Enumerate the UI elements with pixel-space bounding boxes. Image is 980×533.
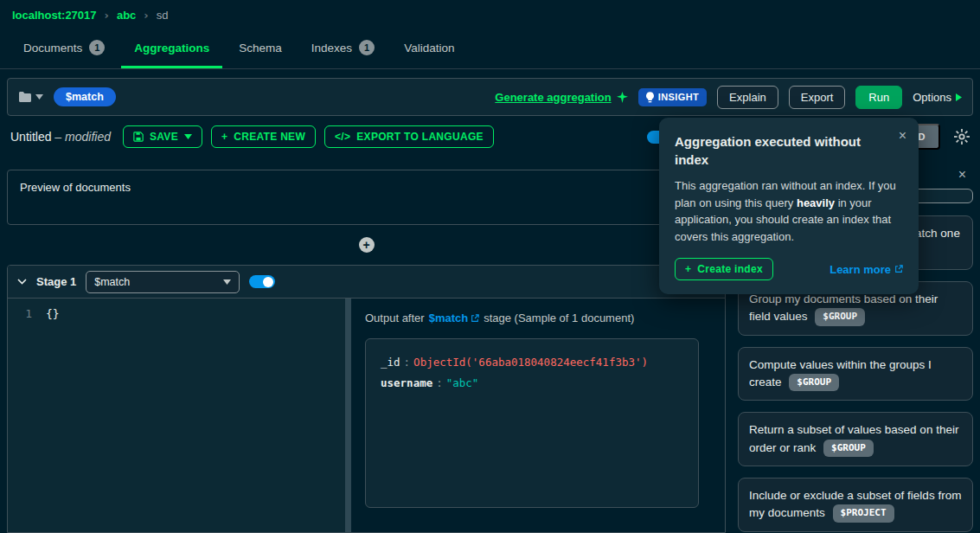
stage-code: {} — [46, 307, 60, 320]
caret-right-icon — [956, 93, 962, 101]
field-key: username — [381, 376, 432, 389]
breadcrumb-item-host[interactable]: localhost:27017 — [12, 9, 97, 22]
pipeline-modified-label: – modified — [54, 130, 111, 144]
insight-popover: × Aggregation executed without index Thi… — [659, 118, 919, 294]
use-case-rank[interactable]: Return a subset of values based on their… — [738, 412, 973, 466]
caret-down-icon — [223, 279, 231, 285]
stage-operator-select[interactable]: $match — [86, 271, 240, 293]
options-button[interactable]: Options — [913, 91, 962, 104]
pipeline-builder-column: Preview of documents + Stage 1 $match — [7, 157, 726, 533]
insight-popover-title: Aggregation executed without index — [675, 132, 882, 169]
chevron-right-icon: › — [144, 9, 148, 22]
run-button[interactable]: Run — [855, 86, 902, 109]
field-key: _id — [381, 356, 400, 369]
tab-label: Validation — [404, 42, 454, 55]
match-docs-link[interactable]: $match — [429, 311, 480, 324]
field-separator: : — [400, 356, 414, 369]
caret-down-icon — [35, 94, 43, 100]
pipeline-name-label: Untitled — [10, 130, 51, 144]
plus-icon: + — [221, 131, 227, 143]
stage-1-header: Stage 1 $match — [8, 266, 725, 299]
generate-aggregation-label: Generate aggregation — [495, 91, 611, 104]
learn-more-label: Learn more — [829, 263, 891, 276]
stage-badge-group: $GROUP — [815, 308, 865, 326]
stage-chip-match[interactable]: $match — [54, 87, 116, 106]
stage-output-pane: Output after $match stage (Sample of 1 d… — [351, 299, 725, 532]
stage-operator-value: $match — [94, 276, 130, 288]
use-case-compute[interactable]: Compute values within the groups I creat… — [738, 347, 973, 401]
external-link-icon — [894, 265, 903, 273]
document-field-username: username:"abc" — [381, 373, 683, 394]
insight-body-bold: heavily — [797, 196, 835, 209]
stage-code-editor[interactable]: 1 {} — [8, 299, 345, 532]
insight-popover-footer: + Create index Learn more — [675, 258, 903, 280]
output-document-card: _id:ObjectId('66aba018040824eecf41f3b3')… — [365, 338, 699, 508]
lightbulb-icon — [646, 92, 654, 103]
learn-more-link[interactable]: Learn more — [829, 263, 903, 276]
caret-down-icon — [184, 134, 192, 139]
stage-badge-group: $GROUP — [789, 374, 839, 392]
options-label: Options — [913, 91, 951, 104]
breadcrumb-item-collection[interactable]: sd — [157, 9, 169, 22]
create-new-button[interactable]: + CREATE NEW — [211, 125, 316, 148]
pipeline-settings-button[interactable] — [954, 129, 970, 144]
field-separator: : — [432, 376, 446, 389]
compass-aggregations-screen: localhost:27017 › abc › sd Documents 1 A… — [0, 0, 980, 533]
export-to-language-label: EXPORT TO LANGUAGE — [356, 131, 484, 143]
pipeline-toolbar: $match Generate aggregation INSIGHT Expl… — [7, 78, 973, 116]
folder-icon — [18, 91, 32, 103]
explain-button[interactable]: Explain — [717, 86, 778, 109]
code-brackets-icon: </> — [335, 131, 350, 143]
stage-enabled-toggle[interactable] — [249, 275, 275, 288]
close-icon[interactable]: × — [958, 168, 966, 182]
preview-of-documents-label: Preview of documents — [20, 181, 131, 194]
line-number: 1 — [8, 307, 46, 320]
stage-output-heading: Output after $match stage (Sample of 1 d… — [365, 311, 711, 324]
tab-documents[interactable]: Documents 1 — [10, 29, 118, 68]
breadcrumb-item-database[interactable]: abc — [117, 9, 136, 22]
add-stage-row: + — [7, 225, 726, 265]
stage-badge-project: $PROJECT — [833, 504, 894, 523]
external-link-icon — [471, 314, 479, 323]
insight-badge[interactable]: INSIGHT — [638, 88, 707, 106]
save-floppy-icon — [133, 132, 144, 142]
pipeline-name: Untitled – modified — [10, 130, 111, 144]
insight-label: INSIGHT — [658, 92, 699, 102]
chevron-right-icon: › — [105, 9, 109, 22]
create-new-label: CREATE NEW — [234, 131, 305, 143]
save-button-label: SAVE — [150, 131, 178, 143]
insight-popover-body: This aggregation ran without an index. I… — [675, 177, 903, 245]
chevron-down-icon[interactable] — [17, 279, 27, 285]
tab-label: Indexes — [311, 42, 352, 55]
editor-line: 1 {} — [8, 307, 345, 320]
add-stage-icon[interactable]: + — [359, 237, 375, 253]
tab-indexes[interactable]: Indexes 1 — [298, 29, 388, 68]
generate-aggregation-link[interactable]: Generate aggregation — [495, 91, 627, 104]
preview-of-documents-panel: Preview of documents — [7, 170, 726, 225]
plus-icon: + — [685, 263, 691, 275]
stage-1-panel: Stage 1 $match 1 {} — [7, 265, 726, 533]
tab-aggregations[interactable]: Aggregations — [121, 29, 222, 68]
tab-documents-count-badge: 1 — [89, 40, 105, 55]
tab-validation[interactable]: Validation — [391, 29, 467, 68]
tab-label: Documents — [23, 42, 82, 55]
pipeline-toolbar-actions: Generate aggregation INSIGHT Explain Exp… — [495, 86, 962, 109]
close-icon[interactable]: × — [899, 129, 906, 143]
tab-label: Schema — [239, 42, 282, 55]
create-index-label: Create index — [697, 263, 763, 275]
use-case-text: Compute values within the groups I creat… — [749, 358, 932, 389]
tab-indexes-count-badge: 1 — [359, 40, 375, 55]
export-to-language-button[interactable]: </> EXPORT TO LANGUAGE — [324, 125, 494, 148]
create-index-button[interactable]: + Create index — [675, 258, 773, 280]
save-button[interactable]: SAVE — [123, 125, 202, 148]
export-button[interactable]: Export — [789, 86, 846, 109]
breadcrumb: localhost:27017 › abc › sd — [0, 0, 980, 29]
editor-output-splitter[interactable] — [345, 299, 351, 532]
document-field-id: _id:ObjectId('66aba018040824eecf41f3b3') — [381, 352, 683, 373]
tab-schema[interactable]: Schema — [226, 29, 295, 68]
saved-pipelines-button[interactable] — [18, 91, 43, 103]
output-suffix-label: stage (Sample of 1 document) — [484, 311, 634, 324]
use-case-project[interactable]: Include or exclude a subset of fields fr… — [738, 478, 973, 532]
tab-label: Aggregations — [134, 42, 209, 55]
collection-tabs: Documents 1 Aggregations Schema Indexes … — [0, 29, 980, 69]
